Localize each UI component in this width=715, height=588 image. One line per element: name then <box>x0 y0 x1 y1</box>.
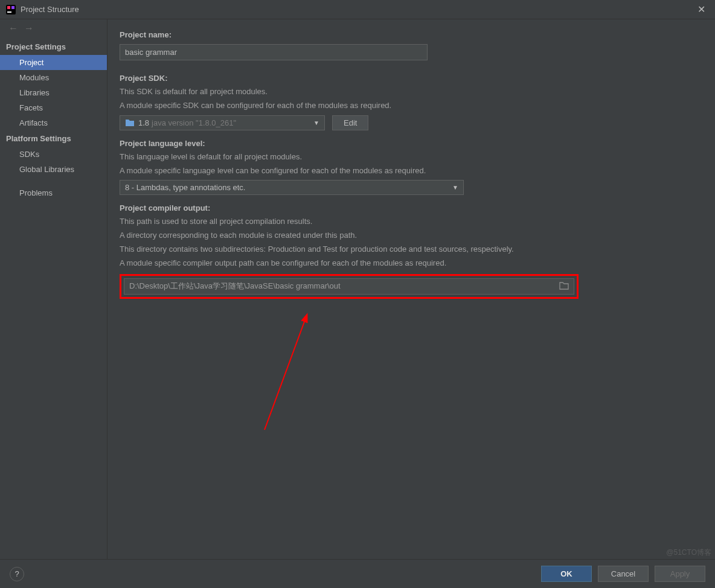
svg-line-5 <box>265 315 307 430</box>
sidebar-item-facets[interactable]: Facets <box>0 100 107 115</box>
titlebar: Project Structure ✕ <box>0 0 715 19</box>
sidebar-item-label: Project <box>19 58 43 67</box>
sdk-help-2: A module specific SDK can be configured … <box>120 100 701 112</box>
folder-icon <box>125 118 135 127</box>
window-title: Project Structure <box>21 5 79 14</box>
sidebar-item-global-libraries[interactable]: Global Libraries <box>0 162 107 177</box>
sidebar-item-label: Libraries <box>19 88 50 97</box>
language-level-select[interactable]: 8 - Lambdas, type annotations etc. ▼ <box>120 180 464 195</box>
compiler-output-field[interactable] <box>124 278 574 295</box>
sdk-version: 1.8 <box>138 118 149 127</box>
sidebar-item-label: Facets <box>19 103 43 112</box>
footer: ? OK Cancel Apply <box>0 559 715 588</box>
svg-rect-3 <box>7 11 11 13</box>
compiler-help-3: This directory contains two subdirectori… <box>120 244 701 255</box>
app-icon <box>6 5 16 14</box>
chevron-down-icon: ▼ <box>313 120 319 126</box>
lang-help-1: This language level is default for all p… <box>120 152 701 163</box>
platform-settings-header: Platform Settings <box>0 130 107 147</box>
compiler-output-label: Project compiler output: <box>120 203 701 213</box>
project-name-input[interactable] <box>120 44 428 60</box>
edit-sdk-button[interactable]: Edit <box>332 115 368 130</box>
sidebar-item-label: Global Libraries <box>19 165 74 174</box>
close-icon[interactable]: ✕ <box>694 4 709 15</box>
sdk-help-1: This SDK is default for all project modu… <box>120 86 701 98</box>
watermark: @51CTO博客 <box>666 548 711 558</box>
sdk-detail: java version "1.8.0_261" <box>152 118 236 127</box>
sidebar-item-libraries[interactable]: Libraries <box>0 85 107 100</box>
chevron-down-icon: ▼ <box>452 184 458 191</box>
language-level-label: Project language level: <box>120 139 701 148</box>
sidebar-item-label: Modules <box>19 73 49 82</box>
browse-folder-icon[interactable] <box>559 281 569 292</box>
forward-arrow-icon[interactable]: → <box>24 23 34 34</box>
lang-help-2: A module specific language level can be … <box>120 165 701 177</box>
language-level-value: 8 - Lambdas, type annotations etc. <box>125 183 245 192</box>
svg-rect-2 <box>11 6 14 9</box>
sidebar-item-problems[interactable]: Problems <box>0 185 107 200</box>
ok-button[interactable]: OK <box>541 566 592 582</box>
svg-rect-1 <box>7 6 10 9</box>
back-arrow-icon[interactable]: ← <box>8 23 18 34</box>
project-sdk-select[interactable]: 1.8 java version "1.8.0_261" ▼ <box>120 115 325 130</box>
project-name-label: Project name: <box>120 30 701 39</box>
sidebar: ← → Project Settings Project Modules Lib… <box>0 19 107 559</box>
sidebar-item-modules[interactable]: Modules <box>0 70 107 85</box>
compiler-output-input[interactable] <box>129 282 559 291</box>
project-settings-header: Project Settings <box>0 39 107 55</box>
help-button[interactable]: ? <box>10 567 24 581</box>
content-panel: Project name: Project SDK: This SDK is d… <box>107 19 715 559</box>
highlight-annotation <box>120 274 579 299</box>
cancel-button[interactable]: Cancel <box>598 566 649 582</box>
sidebar-item-project[interactable]: Project <box>0 55 107 70</box>
project-sdk-label: Project SDK: <box>120 74 701 83</box>
arrow-annotation <box>258 309 343 442</box>
apply-button[interactable]: Apply <box>655 566 705 582</box>
sidebar-item-label: Problems <box>19 188 53 197</box>
compiler-help-1: This path is used to store all project c… <box>120 216 701 228</box>
sidebar-item-sdks[interactable]: SDKs <box>0 147 107 162</box>
sidebar-item-artifacts[interactable]: Artifacts <box>0 115 107 130</box>
sidebar-item-label: SDKs <box>19 150 39 159</box>
compiler-help-2: A directory corresponding to each module… <box>120 230 701 241</box>
compiler-help-4: A module specific compiler output path c… <box>120 258 701 269</box>
sidebar-item-label: Artifacts <box>19 118 48 127</box>
